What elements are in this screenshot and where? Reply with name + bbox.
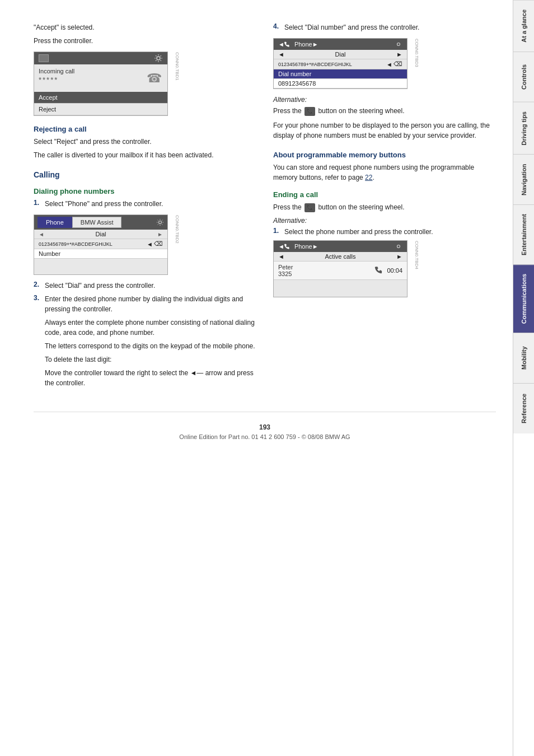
alternative-label: Alternative: — [273, 95, 496, 105]
screen-caption-left2: CONN0.TBD2 — [175, 215, 180, 244]
call-duration: 00:04 — [387, 267, 402, 274]
phone-outline-icon — [39, 54, 49, 62]
step-2-num: 2. — [34, 281, 41, 291]
incoming-call-screen: Incoming call ***** ☎ Accept Reject CONN… — [34, 52, 168, 116]
dial-settings-icon — [395, 40, 402, 48]
step-4-text: Select "Dial number" and press the contr… — [284, 22, 496, 32]
step-1-text: Select "Phone" and press the controller. — [45, 199, 256, 209]
svg-point-2 — [397, 43, 400, 46]
number-display: 0123456789+*#ABCDEFGHIJKL — [39, 241, 147, 247]
tab-communications[interactable]: Communications — [513, 264, 534, 333]
tab-mobility[interactable]: Mobility — [513, 333, 534, 383]
assist-screen: Phone BMW Assist ◄ Dial ► — [34, 214, 168, 275]
step-3-content: Enter the desired phone number by dialin… — [45, 294, 256, 391]
sidebar-tabs: At a glance Controls Driving tips Naviga… — [513, 0, 534, 756]
tab-entertainment[interactable]: Entertainment — [513, 204, 534, 264]
tab-driving-tips[interactable]: Driving tips — [513, 102, 534, 155]
caller-name-line2: 3325 — [278, 270, 293, 277]
assist-header: Phone BMW Assist — [34, 215, 167, 230]
call-time: 00:04 — [374, 265, 402, 276]
tab-navigation[interactable]: Navigation — [513, 154, 534, 204]
left-arrow: ◄ — [39, 231, 44, 237]
caller-name-line1: Peter — [278, 264, 293, 270]
prog-buttons-heading: About programmable memory buttons — [273, 151, 496, 159]
prog-buttons-text: You can store and request phone numbers … — [273, 162, 496, 183]
step-3-delete-text: Move the controller toward the right to … — [45, 368, 256, 388]
left-column: "Accept" is selected. Press the controll… — [34, 22, 256, 395]
dial-number-chars-row: 0123456789+*#ABCDEFGHIJKL ◄ ⌫ — [274, 59, 407, 69]
active-phone-label: Phone — [284, 243, 312, 250]
steering-phone-btn-icon: 📞 — [305, 107, 315, 116]
incoming-screen-header — [34, 52, 167, 64]
screen-empty-area — [34, 259, 167, 274]
reject-menu-item[interactable]: Reject — [34, 104, 167, 115]
active-calls-screen: ◄ Phone ► ◄ Active cal — [273, 240, 407, 297]
incoming-screen-body: Incoming call ***** ☎ — [34, 64, 167, 92]
active-calls-right: ► — [396, 253, 402, 260]
step-1-num: 1. — [34, 199, 41, 209]
dial-nav-label: Dial — [284, 51, 396, 58]
active-calls-label: Active calls — [284, 253, 396, 260]
intro-line1: "Accept" is selected. — [34, 22, 256, 32]
ending-step-1: 1. Select the phone number and press the… — [273, 227, 496, 237]
phone-icon — [284, 41, 292, 47]
tab-reference[interactable]: Reference — [513, 383, 534, 433]
tab-at-a-glance[interactable]: At a glance — [513, 0, 534, 52]
dial-number-highlighted-row: Dial number — [274, 69, 407, 79]
active-header: ◄ Phone ► — [274, 241, 407, 252]
rejecting-p1: Select "Reject" and press the controller… — [34, 137, 256, 147]
phone-header-arrow-right: ► — [312, 41, 318, 48]
two-col-layout: "Accept" is selected. Press the controll… — [34, 22, 496, 395]
alt-text-1: Press the — [273, 107, 302, 115]
phone-header-arrow-left: ◄ — [278, 41, 284, 48]
incoming-call-label: Incoming call — [39, 68, 163, 74]
active-subheader: ◄ Active calls ► — [274, 252, 407, 262]
assist-settings-icon — [156, 218, 164, 226]
left-arrow-2: ◄ — [147, 241, 153, 248]
handset-icon: ☎ — [147, 71, 162, 86]
dial-nav-left: ◄ — [278, 51, 284, 58]
active-screen-empty — [274, 280, 407, 297]
ending-phone-btn-icon: 📞 — [305, 203, 315, 212]
step-3: 3. Enter the desired phone number by dia… — [34, 294, 256, 391]
step-3-num: 3. — [34, 294, 41, 391]
alt-text-2: button on the steering wheel. — [318, 107, 404, 115]
step-1: 1. Select "Phone" and press the controll… — [34, 199, 256, 209]
dial-chars: 0123456789+*#ABCDEFGHIJKL — [278, 62, 386, 67]
active-settings-icon — [395, 242, 402, 250]
ending-text-2: button on the steering wheel. — [318, 203, 404, 211]
page-number: 193 — [34, 423, 496, 431]
dial-nav-row: ◄ Dial ► — [274, 50, 407, 59]
right-arrow: ► — [157, 231, 163, 237]
number-label: Number — [39, 250, 60, 257]
dial-number-label: Dial number — [278, 71, 311, 77]
caller-name: Peter 3325 — [278, 264, 293, 277]
backspace-symbol: ⌫ — [154, 240, 163, 248]
right-column: 4. Select "Dial number" and press the co… — [273, 22, 496, 395]
page-container: "Accept" is selected. Press the controll… — [0, 0, 534, 756]
step-4: 4. Select "Dial number" and press the co… — [273, 22, 496, 32]
page-footer: 193 Online Edition for Part no. 01 41 2 … — [34, 412, 496, 446]
bmw-assist-tab[interactable]: BMW Assist — [72, 217, 122, 228]
prog-buttons-page-link[interactable]: 22 — [365, 174, 372, 181]
phone-header-label: Phone — [284, 41, 312, 48]
dialing-heading: Dialing phone numbers — [34, 187, 256, 195]
intro-block: "Accept" is selected. Press the controll… — [34, 22, 496, 395]
dial-screen-header: ◄ Phone ► — [274, 39, 407, 50]
dial-input-value: 08912345678 — [278, 80, 316, 87]
screen-caption-right2: CONN0.TBD4 — [414, 241, 419, 269]
tab-controls[interactable]: Controls — [513, 52, 534, 102]
step-2-text: Select "Dial" and press the controller. — [45, 281, 256, 291]
main-content: "Accept" is selected. Press the controll… — [0, 0, 513, 756]
rejecting-p2: The caller is diverted to your mailbox i… — [34, 150, 256, 160]
display-info-text: For your phone number to be displayed to… — [273, 120, 496, 141]
dial-row: ◄ Dial ► — [34, 230, 167, 239]
calling-heading: Calling — [34, 170, 256, 179]
screen-caption-right: CONN0.TBD3 — [414, 39, 419, 67]
accept-menu-item[interactable]: Accept — [34, 92, 167, 104]
phone-tab[interactable]: Phone — [38, 217, 72, 228]
active-calls-left: ◄ — [278, 253, 284, 260]
incoming-call-stars: ***** — [39, 76, 163, 84]
step-3-delete-label: To delete the last digit: — [45, 354, 256, 365]
ending-step-1-num: 1. — [273, 227, 281, 237]
